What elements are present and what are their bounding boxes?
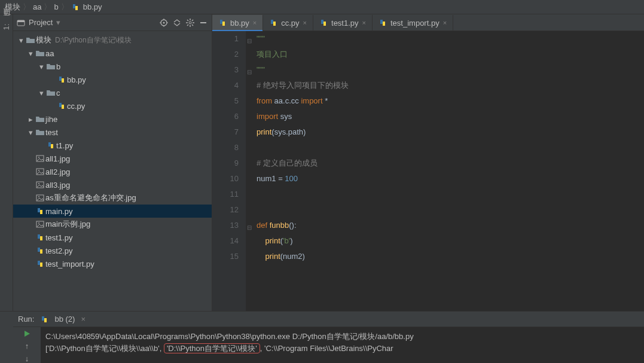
crumb-aa[interactable]: aa — [33, 2, 41, 11]
expand-icon[interactable] — [172, 18, 182, 28]
code-line[interactable]: # 绝对导入同项目下的模块 — [257, 78, 644, 93]
tree-item-label: 模块 — [36, 35, 51, 45]
editor-area: bb.py×cc.py×test1.py×test_import.py× 123… — [212, 14, 644, 311]
tree-arrow-icon[interactable]: ▾ — [17, 36, 25, 45]
code-line[interactable]: print(num2) — [257, 249, 644, 264]
fold-marker-icon[interactable]: ⊟ — [247, 220, 252, 236]
editor-tab[interactable]: cc.py× — [263, 15, 313, 30]
tree-item[interactable]: all2.jpg — [13, 165, 212, 178]
tree-item-label: main.py — [45, 207, 73, 216]
tree-item[interactable]: test_import.py — [13, 257, 212, 270]
run-strip — [0, 312, 13, 363]
tree-arrow-icon[interactable]: ▾ — [26, 128, 35, 137]
close-icon[interactable]: × — [81, 315, 86, 324]
folder-icon — [35, 128, 45, 136]
editor-tab[interactable]: test1.py× — [313, 15, 373, 30]
crumb-file[interactable]: bb.py — [83, 2, 102, 11]
code-line[interactable]: 项目入口 — [257, 47, 644, 62]
project-tree[interactable]: ▾模块D:\Python自学笔记\模块▾aa▾bbb.py▾ccc.py▸jih… — [13, 31, 212, 311]
tree-item-label: b — [56, 62, 60, 71]
tree-item[interactable]: ▾aa — [13, 47, 212, 60]
code-line[interactable] — [257, 202, 644, 218]
py-icon — [35, 207, 45, 215]
run-tab-bar: Run: bb (2) × — [13, 312, 644, 327]
tree-item[interactable]: main示例.jpg — [13, 218, 212, 231]
img-icon — [35, 194, 45, 202]
python-file-icon — [40, 315, 48, 324]
tree-arrow-icon[interactable]: ▾ — [37, 62, 45, 71]
project-title[interactable]: Project — [29, 18, 53, 27]
arrow-down-icon[interactable]: ↓ — [25, 354, 29, 363]
settings-gear-icon[interactable] — [185, 18, 195, 28]
code-line[interactable]: """ — [257, 31, 644, 47]
tree-item[interactable]: as重命名避免命名冲突.jpg — [13, 191, 212, 205]
code-line[interactable] — [257, 187, 644, 202]
tree-item[interactable]: all1.jpg — [13, 152, 212, 165]
arrow-up-icon[interactable]: ↑ — [25, 341, 29, 350]
code-body: 123456789101112131415 ⊟ ⊟ ⊟ """项目入口"""# … — [212, 31, 644, 311]
line-number: 9 — [212, 155, 239, 171]
editor-tab[interactable]: bb.py× — [212, 15, 263, 30]
code-line[interactable]: num1 = 100 — [257, 171, 644, 187]
dropdown-icon[interactable]: ▾ — [56, 18, 60, 27]
python-file-icon — [71, 3, 80, 11]
svg-point-26 — [38, 196, 39, 197]
run-output[interactable]: C:\Users\40859\AppData\Local\Programs\Py… — [41, 327, 644, 363]
code-line[interactable]: def funbb(): — [257, 218, 644, 233]
tree-item[interactable]: ▾b — [13, 60, 212, 73]
close-icon[interactable]: × — [253, 19, 257, 26]
code-line[interactable]: # 定义自己的成员 — [257, 155, 644, 171]
tree-item[interactable]: cc.py — [13, 99, 212, 112]
py-icon — [35, 260, 45, 268]
crumb-b[interactable]: b — [54, 2, 58, 11]
tree-item[interactable]: main.py — [13, 205, 212, 218]
tree-item[interactable]: ▸jihe — [13, 112, 212, 126]
tree-item[interactable]: ▾模块D:\Python自学笔记\模块 — [13, 33, 212, 47]
line-number: 6 — [212, 109, 239, 124]
line-number: 7 — [212, 124, 239, 140]
tree-item[interactable]: ▾c — [13, 86, 212, 99]
run-play-icon[interactable] — [23, 330, 31, 338]
code-line[interactable] — [257, 140, 644, 155]
svg-line-15 — [192, 25, 193, 26]
run-tab[interactable]: bb (2) — [54, 315, 75, 324]
svg-point-9 — [189, 22, 191, 24]
crumb-root[interactable]: 模块 — [5, 2, 20, 13]
tree-arrow-icon[interactable]: ▾ — [37, 89, 45, 97]
tree-item-label: test1.py — [45, 233, 73, 242]
svg-point-24 — [38, 183, 39, 184]
line-number: 11 — [212, 187, 239, 202]
code-line[interactable]: import sys — [257, 109, 644, 124]
tree-arrow-icon[interactable]: ▸ — [26, 115, 35, 124]
code-line[interactable]: print(sys.path) — [257, 124, 644, 140]
tree-item[interactable]: test1.py — [13, 231, 212, 244]
minimize-icon[interactable] — [199, 18, 208, 28]
svg-line-14 — [187, 20, 188, 21]
py-icon — [45, 141, 56, 150]
line-number: 12 — [212, 202, 239, 218]
code-line[interactable]: print('b') — [257, 233, 644, 249]
tree-arrow-icon[interactable]: ▾ — [26, 49, 35, 58]
svg-point-20 — [38, 157, 39, 158]
close-icon[interactable]: × — [443, 19, 447, 26]
tree-item[interactable]: bb.py — [13, 73, 212, 86]
tree-item[interactable]: ▾test — [13, 126, 212, 139]
code-line[interactable]: from aa.c.cc import * — [257, 93, 644, 109]
editor-tab[interactable]: test_import.py× — [373, 15, 453, 30]
project-tool-tab[interactable]: 1: 项目 — [0, 18, 13, 33]
tree-item[interactable]: test2.py — [13, 244, 212, 257]
tree-item[interactable]: all3.jpg — [13, 178, 212, 191]
code-lines[interactable]: ⊟ ⊟ ⊟ """项目入口"""# 绝对导入同项目下的模块from aa.c.c… — [246, 31, 644, 311]
fold-marker-icon[interactable]: ⊟ — [247, 65, 252, 80]
fold-marker-icon[interactable]: ⊟ — [247, 33, 252, 49]
tab-label: cc.py — [281, 19, 299, 28]
locate-icon[interactable] — [159, 18, 169, 28]
editor-tab-bar: bb.py×cc.py×test1.py×test_import.py× — [212, 14, 644, 31]
code-line[interactable]: """ — [257, 62, 644, 78]
tree-item[interactable]: t1.py — [13, 139, 212, 152]
output-line: C:\Users\40859\AppData\Local\Programs\Py… — [45, 331, 639, 343]
line-number: 14 — [212, 233, 239, 249]
line-number: 2 — [212, 47, 239, 62]
close-icon[interactable]: × — [362, 19, 366, 26]
close-icon[interactable]: × — [303, 19, 307, 26]
